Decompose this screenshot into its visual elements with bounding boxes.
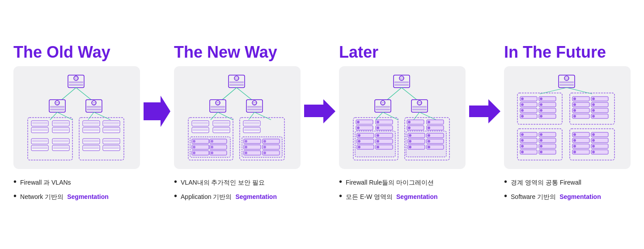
bullet-old-2: Network 기반의 Segmentation [13, 191, 109, 201]
svg-point-236 [573, 97, 576, 100]
svg-line-92 [218, 112, 233, 120]
svg-text:🛡: 🛡 [235, 77, 238, 80]
svg-text:🛡: 🛡 [216, 102, 219, 105]
svg-point-228 [521, 109, 524, 112]
svg-rect-9 [50, 109, 64, 110]
svg-rect-123 [243, 127, 260, 133]
svg-line-20 [57, 112, 72, 120]
svg-point-252 [521, 133, 524, 136]
svg-point-254 [521, 139, 524, 142]
svg-point-280 [592, 145, 595, 148]
bullets-later: Firewall Rule들의 마이그레이션 모든 E-W 영역의 Segmen… [339, 177, 438, 206]
svg-point-226 [540, 103, 542, 106]
svg-rect-95 [192, 121, 209, 126]
svg-rect-151 [376, 109, 390, 110]
svg-point-196 [409, 134, 411, 137]
svg-marker-207 [469, 99, 500, 123]
svg-point-117 [211, 146, 213, 148]
svg-point-206 [428, 146, 430, 148]
svg-point-166 [357, 121, 360, 123]
svg-line-91 [211, 112, 218, 120]
section-future: In The Future 🛡 [504, 43, 631, 206]
svg-rect-210 [559, 84, 574, 86]
svg-rect-38 [83, 127, 100, 133]
svg-point-193 [428, 127, 430, 129]
svg-point-119 [211, 152, 213, 154]
svg-point-224 [540, 97, 542, 100]
svg-rect-74 [229, 84, 244, 86]
svg-rect-56 [52, 145, 69, 151]
svg-point-240 [592, 97, 595, 100]
svg-point-262 [521, 151, 524, 153]
svg-rect-120 [243, 121, 260, 126]
arrow-3 [466, 96, 504, 127]
svg-point-198 [409, 140, 411, 143]
svg-point-191 [428, 121, 430, 123]
svg-text:🛡: 🛡 [565, 77, 568, 80]
svg-line-93 [249, 112, 254, 120]
svg-line-162 [383, 112, 398, 120]
svg-rect-81 [211, 109, 225, 110]
main-container: The Old Way 🛡 [13, 43, 631, 206]
diagram-later: 🛡 🛡 🛡 [339, 66, 466, 169]
svg-point-256 [540, 133, 542, 136]
svg-rect-101 [213, 121, 230, 126]
svg-point-266 [540, 151, 542, 153]
svg-point-282 [592, 151, 595, 153]
svg-point-270 [573, 139, 576, 142]
diagram-old-way: 🛡 🛡 🛡 [13, 66, 140, 169]
svg-rect-62 [83, 145, 100, 151]
svg-point-264 [540, 145, 542, 148]
bullets-future: 경계 영역의 공통 Firewall Software 기반의 Segmenta… [504, 177, 601, 206]
svg-point-268 [573, 133, 576, 136]
svg-rect-68 [103, 145, 120, 151]
svg-line-94 [254, 112, 271, 120]
svg-rect-143 [394, 81, 409, 83]
svg-rect-86 [247, 109, 262, 110]
svg-point-232 [540, 109, 542, 112]
svg-point-185 [377, 146, 379, 148]
svg-text:🛡: 🛡 [381, 102, 384, 105]
section-new-way: The New Way 🛡 🛡 [174, 43, 301, 206]
svg-rect-85 [247, 106, 262, 108]
svg-line-19 [50, 112, 57, 120]
svg-rect-59 [83, 139, 100, 144]
section-old-way: The Old Way 🛡 [13, 43, 140, 206]
svg-rect-44 [103, 127, 120, 133]
svg-point-278 [573, 151, 576, 153]
svg-rect-35 [83, 121, 100, 126]
title-new-way: The New Way [174, 43, 277, 61]
svg-point-272 [592, 133, 595, 136]
svg-rect-65 [103, 139, 120, 144]
svg-rect-53 [52, 139, 69, 144]
svg-point-113 [193, 152, 195, 154]
svg-rect-150 [376, 106, 390, 108]
svg-point-234 [540, 115, 542, 118]
svg-rect-98 [192, 127, 209, 133]
svg-line-164 [419, 112, 436, 120]
svg-line-22 [94, 112, 110, 120]
svg-rect-155 [412, 106, 427, 108]
svg-point-200 [409, 146, 411, 148]
bullet-later-2: 모든 E-W 영역의 Segmentation [339, 191, 438, 201]
diagram-later-svg: 🛡 🛡 🛡 [349, 71, 456, 165]
svg-point-242 [592, 103, 595, 106]
svg-point-274 [592, 139, 595, 142]
svg-point-260 [521, 145, 524, 148]
bullet-later-1: Firewall Rule들의 마이그레이션 [339, 177, 438, 187]
bullet-new-2: Application 기반의 Segmentation [174, 191, 277, 201]
svg-text:🛡: 🛡 [55, 102, 59, 105]
svg-point-128 [245, 140, 247, 143]
diagram-new-way-svg: 🛡 🛡 🛡 [184, 71, 291, 165]
svg-rect-14 [87, 109, 101, 110]
diagram-new-way: 🛡 🛡 🛡 [174, 66, 301, 169]
svg-rect-104 [213, 127, 230, 133]
svg-point-187 [408, 121, 411, 123]
diagram-future: 🛡 [504, 66, 631, 169]
svg-text:🛡: 🛡 [74, 77, 77, 80]
svg-point-130 [245, 146, 247, 148]
svg-point-181 [377, 134, 379, 137]
svg-line-161 [376, 112, 383, 120]
bullet-new-1: VLAN내의 추가적인 보안 필요 [174, 177, 277, 187]
svg-point-258 [540, 139, 542, 142]
